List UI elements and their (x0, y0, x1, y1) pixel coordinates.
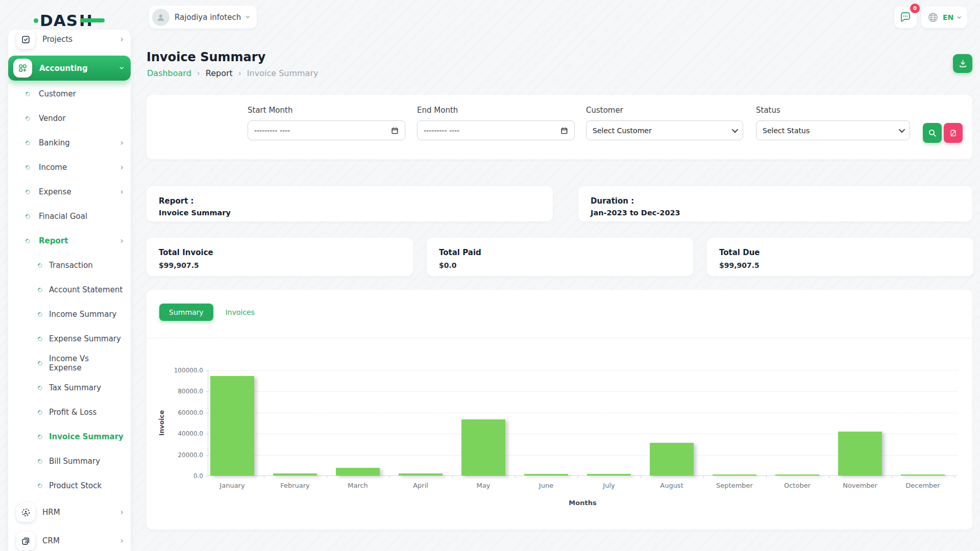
sidebar-item-customer[interactable]: Customer (8, 82, 131, 106)
breadcrumb-separator-icon: › (238, 69, 241, 78)
customer-select[interactable]: Select Customer (586, 120, 743, 140)
chart-bar-september (713, 474, 756, 476)
sidebar-item-vendor[interactable]: Vendor (8, 106, 131, 131)
chart-bar-december (901, 474, 945, 476)
sidebar-item-label: Projects (42, 35, 120, 44)
chevron-right-icon: › (120, 188, 124, 196)
sidebar-item-income[interactable]: Income› (8, 155, 131, 180)
report-info-title: Report : (159, 196, 541, 206)
sidebar-item-report[interactable]: Report› (8, 229, 131, 253)
bullet-icon (24, 164, 31, 171)
sidebar-item-finacial-goal[interactable]: Finacial Goal (8, 204, 131, 229)
y-tick-mark (206, 455, 208, 456)
sidebar-item-income-summary[interactable]: Income Summary (8, 302, 131, 327)
x-tick-label: April (413, 482, 428, 489)
sidebar-item-expense-summary[interactable]: Expense Summary (8, 327, 131, 351)
sidebar-item-invoice-summary[interactable]: Invoice Summary (8, 424, 131, 449)
sidebar-item-banking[interactable]: Banking› (8, 131, 131, 155)
bullet-icon (37, 262, 43, 269)
sidebar-item-hrm[interactable]: HRM› (8, 498, 131, 527)
calendar-icon (391, 127, 399, 135)
bullet-icon (24, 238, 31, 244)
gridline (208, 391, 957, 392)
apply-filter-button[interactable] (923, 123, 942, 143)
y-tick-label: 40000.0 (178, 430, 203, 437)
sidebar-item-account-statement[interactable]: Account Statement (8, 278, 131, 302)
sidebar-item-profit-loss[interactable]: Profit & Loss (8, 400, 131, 424)
sidebar-item-crm[interactable]: CRM› (8, 527, 131, 551)
x-tick-label: October (784, 482, 811, 489)
sidebar-item-projects[interactable]: Projects› (8, 30, 131, 54)
start-month-input[interactable]: --------- ---- (248, 120, 405, 140)
breadcrumb-item-report[interactable]: Report (206, 68, 233, 78)
status-select-value: Select Status (763, 127, 810, 135)
sidebar-item-income-vs-expense[interactable]: Income Vs Expense (8, 351, 131, 375)
app-logo[interactable]: DAS H (34, 11, 93, 30)
tab-summary[interactable]: Summary (159, 304, 213, 321)
sidebar-item-label: Bill Summary (49, 457, 124, 466)
layers-icon (21, 536, 31, 546)
x-tick-label: November (843, 482, 877, 489)
sidebar-item-transaction[interactable]: Transaction (8, 253, 131, 278)
bullet-icon (37, 409, 43, 416)
y-tick-mark (206, 476, 208, 477)
sidebar-item-label: Expense (39, 187, 120, 196)
stat-card-total-paid: Total Paid $0.0 (427, 238, 693, 276)
x-tick-mark (452, 475, 453, 478)
chevron-down-icon: › (117, 66, 126, 70)
bullet-icon (37, 458, 43, 465)
duration-info-card: Duration : Jan-2023 to Dec-2023 (578, 186, 972, 221)
chevron-right-icon: › (120, 508, 124, 516)
chart-bar-may (461, 419, 505, 475)
x-tick-mark (703, 475, 704, 478)
x-tick-mark (766, 475, 767, 478)
status-select[interactable]: Select Status (756, 120, 910, 140)
bullet-icon (37, 360, 43, 367)
chart-bar-april (399, 473, 443, 475)
stat-card-total-due: Total Due $99,907.5 (707, 238, 973, 276)
reset-icon (949, 129, 957, 137)
sidebar-icon-box (16, 30, 35, 49)
end-month-input[interactable]: --------- ---- (417, 120, 575, 140)
sidebar-item-bill-summary[interactable]: Bill Summary (8, 449, 131, 473)
reset-filter-button[interactable] (944, 123, 963, 143)
download-button[interactable] (953, 54, 972, 73)
x-tick-mark (641, 475, 641, 478)
logo-dash-icon (80, 18, 105, 22)
chevron-down-icon (899, 127, 905, 133)
x-tick-label: December (905, 482, 940, 489)
breadcrumb-item-dashboard[interactable]: Dashboard (147, 68, 191, 78)
start-month-placeholder: --------- ---- (254, 127, 391, 135)
y-tick-mark (206, 370, 208, 371)
sidebar-item-label: Account Statement (49, 285, 124, 294)
clipboard-check-icon (21, 35, 31, 44)
chart-bar-october (775, 474, 819, 476)
x-tick-label: August (660, 482, 683, 489)
chevron-right-icon: › (120, 163, 124, 171)
bullet-icon (37, 483, 43, 489)
sidebar-item-accounting[interactable]: Accounting› (8, 56, 131, 81)
bullet-icon (37, 434, 43, 440)
chart-tabs: SummaryInvoices (146, 290, 972, 338)
bullet-icon (24, 189, 31, 195)
duration-info-title: Duration : (591, 196, 960, 206)
sidebar-item-expense[interactable]: Expense› (8, 180, 131, 204)
sidebar-item-label: Income Summary (49, 310, 124, 319)
report-info-value: Invoice Summary (159, 209, 541, 217)
sidebar-item-label: CRM (42, 536, 120, 545)
y-tick-label: 80000.0 (178, 388, 203, 395)
calendar-icon (560, 127, 568, 135)
x-tick-label: March (348, 482, 368, 489)
bullet-icon (37, 311, 43, 318)
tab-invoices[interactable]: Invoices (225, 304, 256, 321)
chart-bar-january (210, 376, 254, 475)
sidebar-item-product-stock[interactable]: Product Stock (8, 473, 131, 498)
breadcrumb-item-invoice-summary: Invoice Summary (247, 68, 318, 78)
grid-plus-icon (18, 63, 28, 73)
end-month-label: End Month (417, 106, 575, 115)
bullet-icon (24, 115, 31, 122)
sidebar-icon-box (13, 59, 32, 78)
chart-card: SummaryInvoices Invoice Months 0.020000.… (146, 290, 972, 530)
y-tick-label: 20000.0 (178, 452, 203, 459)
sidebar-item-tax-summary[interactable]: Tax Summary (8, 375, 131, 400)
